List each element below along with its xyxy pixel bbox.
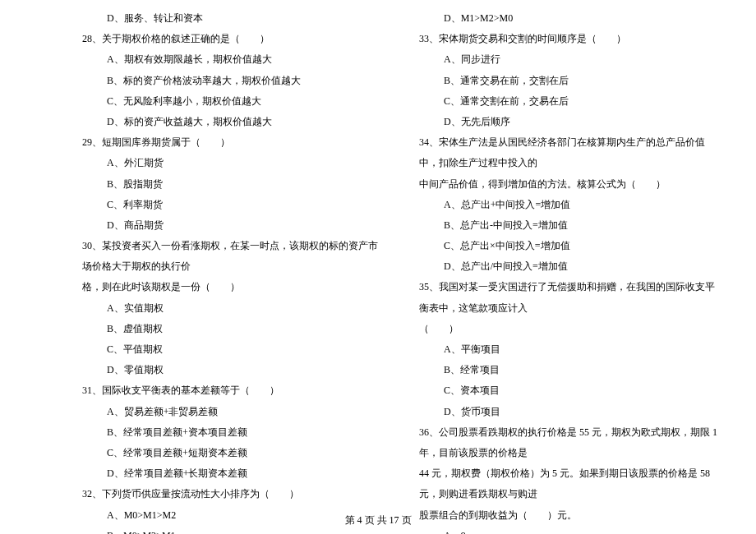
option-text: C、无风险利率越小，期权价值越大 [82, 91, 386, 112]
question-text: 33、宋体期货交易和交割的时间顺序是（ ） [419, 29, 723, 49]
question-text: 31、国际收支平衡表的基本差额等于（ ） [82, 380, 386, 401]
page-body: D、服务、转让和资本28、关于期权价格的叙述正确的是（ ）A、期权有效期限越长，… [0, 0, 756, 509]
option-text: B、虚值期权 [82, 319, 386, 339]
option-text: A、总产出+中间投入=增加值 [419, 195, 723, 215]
continuation-text: （ ） [419, 319, 723, 339]
page-footer: 第 4 页 共 17 页 [0, 513, 756, 527]
option-text: A、平衡项目 [419, 339, 723, 360]
question-text: 29、短期国库券期货属于（ ） [82, 132, 386, 153]
option-text: D、货币项目 [419, 402, 723, 422]
option-text: B、经常项目差额+资本项目差额 [82, 422, 386, 443]
continuation-text: 中间产品价值，得到增加值的方法。核算公式为（ ） [419, 174, 723, 195]
option-text: D、商品期货 [82, 215, 386, 236]
option-text: D、服务、转让和资本 [82, 8, 386, 29]
option-text: D、总产出/中间投入=增加值 [419, 256, 723, 277]
option-text: B、股指期货 [82, 174, 386, 195]
option-text: C、资本项目 [419, 380, 723, 401]
option-text: A、外汇期货 [82, 153, 386, 173]
option-text: D、M1>M2>M0 [419, 8, 723, 29]
option-text: B、标的资产价格波动率越大，期权价值越大 [82, 71, 386, 91]
option-text: B、通常交易在前，交割在后 [419, 71, 723, 91]
option-text: C、总产出×中间投入=增加值 [419, 236, 723, 256]
option-text: C、利率期货 [82, 195, 386, 215]
option-text: D、零值期权 [82, 360, 386, 380]
question-text: 32、下列货币供应量按流动性大小排序为（ ） [82, 484, 386, 504]
continuation-text: 44 元，期权费（期权价格）为 5 元。如果到期日该股票的价格是 58 元，则购… [419, 463, 723, 504]
option-text: C、经常项目差额+短期资本差额 [82, 443, 386, 463]
left-column: D、服务、转让和资本28、关于期权价格的叙述正确的是（ ）A、期权有效期限越长，… [82, 8, 403, 509]
option-text: B、经常项目 [419, 360, 723, 380]
option-text: C、平值期权 [82, 339, 386, 360]
option-text: D、经常项目差额+长期资本差额 [82, 463, 386, 484]
option-text: B、总产出-中间投入=增加值 [419, 215, 723, 236]
option-text: A、期权有效期限越长，期权价值越大 [82, 49, 386, 70]
option-text: A、贸易差额+非贸易差额 [82, 402, 386, 422]
right-column: D、M1>M2>M033、宋体期货交易和交割的时间顺序是（ ）A、同步进行B、通… [403, 8, 723, 509]
question-text: 35、我国对某一受灾国进行了无偿援助和捐赠，在我国的国际收支平衡表中，这笔款项应… [419, 277, 723, 318]
question-text: 36、公司股票看跌期权的执行价格是 55 元，期权为欧式期权，期限 1 年，目前… [419, 422, 723, 463]
option-text: D、无先后顺序 [419, 112, 723, 132]
question-text: 28、关于期权价格的叙述正确的是（ ） [82, 29, 386, 49]
question-text: 34、宋体生产法是从国民经济各部门在核算期内生产的总产品价值中，扣除生产过程中投… [419, 132, 723, 173]
question-text: 30、某投资者买入一份看涨期权，在某一时点，该期权的标的资产市场价格大于期权的执… [82, 236, 386, 277]
option-text: A、同步进行 [419, 49, 723, 70]
option-text: C、通常交割在前，交易在后 [419, 91, 723, 112]
option-text: D、标的资产收益越大，期权价值越大 [82, 112, 386, 132]
option-text: A、实值期权 [82, 298, 386, 319]
continuation-text: 格，则在此时该期权是一份（ ） [82, 277, 386, 297]
